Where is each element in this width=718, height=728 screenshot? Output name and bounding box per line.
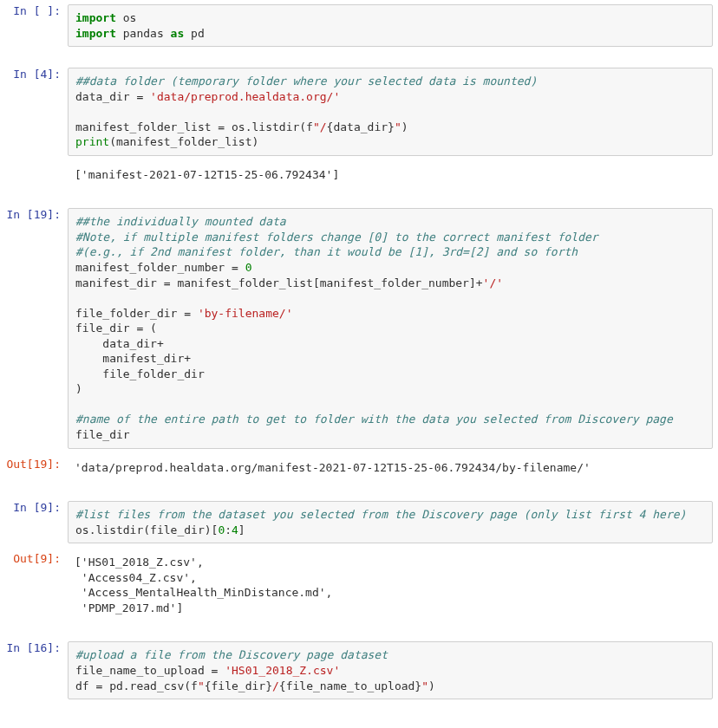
- cell-body: #list files from the dataset you selecte…: [68, 497, 718, 548]
- code-cell: In [19]: ##the individually mounted data…: [0, 204, 718, 452]
- code-input-area[interactable]: #upload a file from the Discovery page d…: [68, 641, 713, 699]
- output-prompt: Out[19]:: [0, 453, 68, 485]
- code[interactable]: ##the individually mounted data #Note, i…: [75, 214, 705, 442]
- output-prompt: [0, 160, 68, 192]
- cell-body: ##data folder (temporary folder where yo…: [68, 63, 718, 160]
- output-prompt: Out[9]:: [0, 548, 68, 625]
- output-text: ['manifest-2021-07-12T15-25-06.792434']: [75, 167, 706, 183]
- code-cell: In [ ]: import os import pandas as pd: [0, 0, 718, 51]
- code[interactable]: #upload a file from the Discovery page d…: [75, 647, 705, 693]
- input-prompt: In [4]:: [0, 63, 68, 160]
- code[interactable]: import os import pandas as pd: [75, 10, 705, 41]
- code-input-area[interactable]: #list files from the dataset you selecte…: [68, 501, 713, 543]
- cell-body: ##the individually mounted data #Note, i…: [68, 204, 718, 452]
- input-prompt: In [ ]:: [0, 0, 68, 51]
- input-prompt: In [16]:: [0, 637, 68, 704]
- code-cell: In [9]: #list files from the dataset you…: [0, 497, 718, 548]
- stream-output: ['manifest-2021-07-12T15-25-06.792434']: [68, 162, 713, 188]
- cell-body: import os import pandas as pd: [68, 0, 718, 51]
- cell-body: #upload a file from the Discovery page d…: [68, 637, 718, 704]
- output-text: ['HS01_2018_Z.csv', 'Access04_Z.csv', 'A…: [75, 555, 706, 615]
- input-prompt: In [19]:: [0, 204, 68, 452]
- output-cell: ['manifest-2021-07-12T15-25-06.792434']: [0, 160, 718, 192]
- output-text: 'data/preprod.healdata.org/manifest-2021…: [75, 460, 706, 476]
- code[interactable]: #list files from the dataset you selecte…: [75, 507, 705, 537]
- cell-body: 'data/preprod.healdata.org/manifest-2021…: [68, 453, 718, 485]
- result-output: 'data/preprod.healdata.org/manifest-2021…: [68, 455, 713, 481]
- code-input-area[interactable]: import os import pandas as pd: [68, 4, 713, 47]
- result-output: ['HS01_2018_Z.csv', 'Access04_Z.csv', 'A…: [68, 549, 713, 621]
- code-input-area[interactable]: ##the individually mounted data #Note, i…: [68, 208, 713, 448]
- code[interactable]: ##data folder (temporary folder where yo…: [75, 74, 705, 150]
- cell-body: ['HS01_2018_Z.csv', 'Access04_Z.csv', 'A…: [68, 548, 718, 625]
- code-cell: In [4]: ##data folder (temporary folder …: [0, 63, 718, 160]
- output-cell: Out[19]: 'data/preprod.healdata.org/mani…: [0, 453, 718, 485]
- code-cell: In [16]: #upload a file from the Discove…: [0, 637, 718, 704]
- input-prompt: In [9]:: [0, 497, 68, 548]
- code-input-area[interactable]: ##data folder (temporary folder where yo…: [68, 68, 713, 156]
- cell-body: ['manifest-2021-07-12T15-25-06.792434']: [68, 160, 718, 192]
- output-cell: Out[9]: ['HS01_2018_Z.csv', 'Access04_Z.…: [0, 548, 718, 625]
